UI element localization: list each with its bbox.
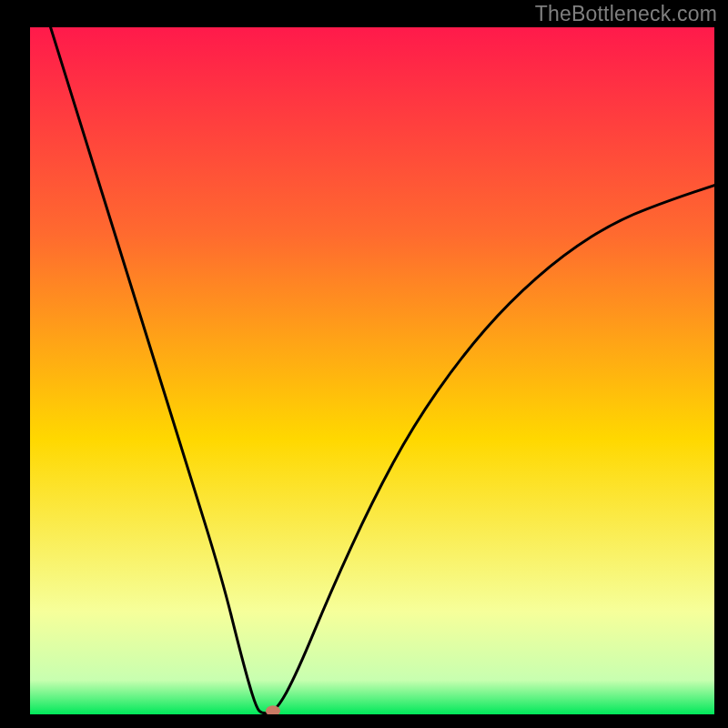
chart-frame: TheBottleneck.com <box>0 0 728 728</box>
bottleneck-chart <box>0 0 728 728</box>
watermark-text: TheBottleneck.com <box>535 2 717 26</box>
gradient-background <box>30 27 714 714</box>
